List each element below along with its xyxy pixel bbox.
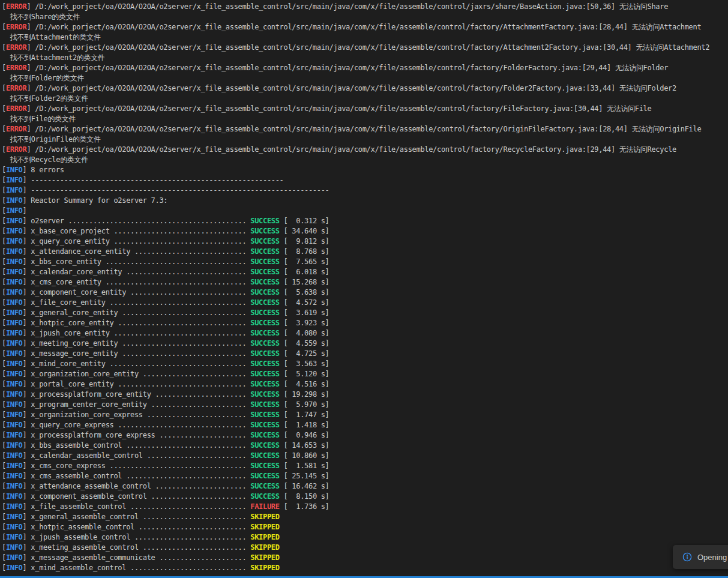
log-line-reactor-row: [INFO] x_general_assemble_control ......… — [2, 512, 728, 522]
log-line-reactor-row: [INFO] x_calendar_core_entity ..........… — [2, 267, 728, 277]
log-line-reactor-row: [INFO] x_program_center_core_entity ....… — [2, 400, 728, 410]
notification-text: Opening Ja — [697, 553, 728, 562]
log-line-error: [ERROR] /D:/work_porject/oa/O2OA/O2OA/o2… — [2, 2, 728, 12]
log-line-error: [ERROR] /D:/work_porject/oa/O2OA/O2OA/o2… — [2, 63, 728, 73]
log-line-reactor-row: [INFO] x_organization_core_express .....… — [2, 410, 728, 420]
log-line-reactor-row: [INFO] o2server ........................… — [2, 216, 728, 226]
log-line-reactor-row: [INFO] x_processplatform_core_express ..… — [2, 430, 728, 441]
log-line-reactor-row: [INFO] x_jpush_core_entity .............… — [2, 328, 728, 339]
log-line-error: [ERROR] /D:/work_porject/oa/O2OA/O2OA/o2… — [2, 83, 728, 94]
log-line-error: [ERROR] /D:/work_porject/oa/O2OA/O2OA/o2… — [2, 104, 728, 114]
log-line-error-detail: 找不到Attachment2的类文件 — [2, 53, 728, 63]
log-line-info: [INFO] 8 errors — [2, 165, 728, 175]
log-line-reactor-row: [INFO] x_component_assemble_control ....… — [2, 492, 728, 502]
log-line-info: [INFO] — [2, 206, 728, 216]
log-line-reactor-row: [INFO] x_query_core_entity .............… — [2, 236, 728, 247]
log-line-error-detail: 找不到Share的类文件 — [2, 12, 728, 22]
log-line-reactor-row: [INFO] x_hotpic_core_entity ............… — [2, 318, 728, 328]
log-line-reactor-row: [INFO] x_processplatform_core_entity ...… — [2, 390, 728, 400]
log-line-reactor-row: [INFO] x_base_core_project .............… — [2, 226, 728, 236]
info-icon — [682, 552, 692, 562]
log-line-reactor-row: [INFO] x_attendance_assemble_control ...… — [2, 481, 728, 492]
log-line-reactor-row: [INFO] x_attendance_core_entity ........… — [2, 247, 728, 257]
log-line-reactor-row: [INFO] x_query_core_express ............… — [2, 420, 728, 430]
terminal-output[interactable]: [ERROR] /D:/work_porject/oa/O2OA/O2OA/o2… — [0, 0, 728, 576]
notification-toast[interactable]: Opening Ja — [673, 545, 728, 569]
log-line-error: [ERROR] /D:/work_porject/oa/O2OA/O2OA/o2… — [2, 22, 728, 32]
log-line-reactor-row: [INFO] x_organization_core_entity ......… — [2, 369, 728, 379]
log-line-reactor-row: [INFO] x_file_core_entity ..............… — [2, 298, 728, 308]
log-line-error-detail: 找不到Folder2的类文件 — [2, 94, 728, 104]
log-line-info: [INFO] ---------------------------------… — [2, 175, 728, 185]
log-line-reactor-row: [INFO] x_bbs_assemble_control ..........… — [2, 441, 728, 451]
log-line-reactor-row: [INFO] x_cms_core_express ..............… — [2, 461, 728, 471]
log-line-reactor-row: [INFO] x_meeting_core_entity ...........… — [2, 339, 728, 349]
log-line-error-detail: 找不到File的类文件 — [2, 114, 728, 124]
log-line-reactor-row: [INFO] x_general_core_entity ...........… — [2, 308, 728, 318]
log-line-reactor-row: [INFO] x_component_core_entity .........… — [2, 287, 728, 298]
log-line-reactor-row: [INFO] x_message_core_entity ...........… — [2, 349, 728, 359]
log-line-reactor-row: [INFO] x_bbs_core_entity ...............… — [2, 257, 728, 267]
log-line-reactor-row: [INFO] x_calendar_assemble_control .....… — [2, 451, 728, 461]
log-line-reactor-row: [INFO] x_hotpic_assemble_control .......… — [2, 522, 728, 532]
log-line-error-detail: 找不到Folder的类文件 — [2, 73, 728, 83]
log-line-reactor-row: [INFO] x_portal_core_entity ............… — [2, 379, 728, 390]
log-line-error-detail: 找不到OriginFile的类文件 — [2, 134, 728, 145]
log-line-reactor-row: [INFO] x_jpush_assemble_control ........… — [2, 532, 728, 543]
log-line-reactor-row: [INFO] x_mind_assemble_control .........… — [2, 563, 728, 573]
log-line-error-detail: 找不到Attachment的类文件 — [2, 32, 728, 43]
log-line-reactor-row: [INFO] x_message_assemble_communicate ..… — [2, 553, 728, 563]
log-line-reactor-row: [INFO] x_cms_core_entity ...............… — [2, 277, 728, 287]
log-line-reactor-row: [INFO] x_file_assemble_control .........… — [2, 502, 728, 512]
log-line-error: [ERROR] /D:/work_porject/oa/O2OA/O2OA/o2… — [2, 124, 728, 134]
log-line-reactor-row: [INFO] x_mind_core_entity ..............… — [2, 359, 728, 369]
log-line-error-detail: 找不到Recycle的类文件 — [2, 155, 728, 165]
log-line-reactor-row: [INFO] x_meeting_assemble_control ......… — [2, 543, 728, 553]
log-line-error: [ERROR] /D:/work_porject/oa/O2OA/O2OA/o2… — [2, 145, 728, 155]
log-line-reactor-row: [INFO] x_cms_assemble_control ..........… — [2, 471, 728, 481]
log-line-info: [INFO] ---------------------------------… — [2, 185, 728, 196]
log-line-info: [INFO] Reactor Summary for o2server 7.3: — [2, 196, 728, 206]
log-line-error: [ERROR] /D:/work_porject/oa/O2OA/O2OA/o2… — [2, 43, 728, 53]
